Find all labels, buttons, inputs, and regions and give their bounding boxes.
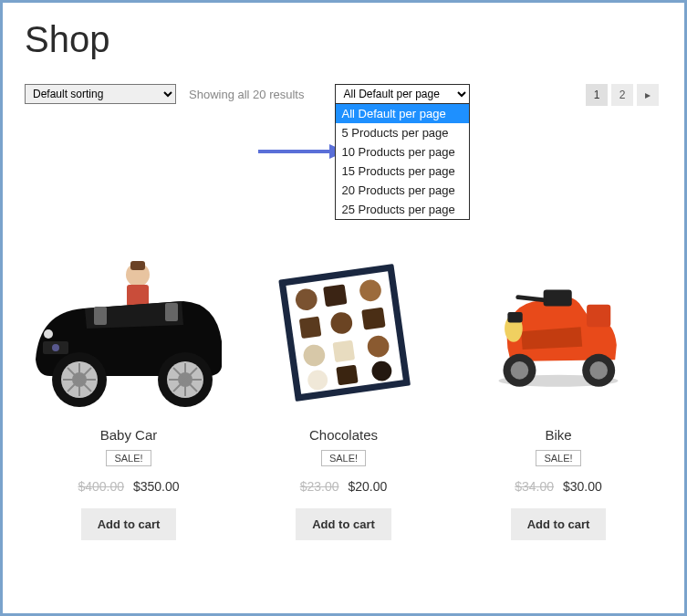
page-2-button[interactable]: 2	[611, 84, 633, 106]
perpage-wrap: All Default per page All Default per pag…	[335, 84, 470, 104]
svg-rect-31	[361, 308, 385, 330]
product-image[interactable]	[458, 224, 659, 416]
svg-point-9	[52, 344, 59, 351]
svg-rect-27	[323, 284, 347, 307]
old-price: $23.00	[300, 479, 339, 494]
sale-badge: SALE!	[321, 450, 366, 466]
product-card: Baby Car SALE! $400.00 $350.00 Add to ca…	[28, 224, 229, 540]
svg-rect-6	[165, 303, 178, 321]
svg-rect-5	[94, 307, 107, 325]
price-row: $23.00 $20.00	[300, 479, 388, 494]
svg-rect-39	[587, 305, 610, 328]
old-price: $34.00	[515, 479, 554, 494]
page-1-button[interactable]: 1	[586, 84, 608, 106]
perpage-option[interactable]: All Default per page	[336, 104, 469, 123]
add-to-cart-button[interactable]: Add to cart	[296, 508, 391, 540]
new-price: $30.00	[563, 479, 602, 494]
svg-rect-40	[544, 289, 572, 306]
product-card: Chocolates SALE! $23.00 $20.00 Add to ca…	[244, 224, 444, 540]
product-card: Bike SALE! $34.00 $30.00 Add to cart	[458, 224, 659, 540]
svg-rect-42	[507, 312, 522, 322]
arrow-icon	[258, 142, 346, 161]
price-row: $400.00 $350.00	[78, 479, 179, 494]
product-title[interactable]: Chocolates	[309, 427, 378, 443]
new-price: $20.00	[348, 479, 387, 494]
svg-point-47	[589, 361, 608, 380]
controls-row: Default sorting Showing all 20 results A…	[25, 84, 662, 104]
product-title[interactable]: Bike	[545, 427, 571, 443]
perpage-option[interactable]: 5 Products per page	[336, 123, 469, 142]
svg-point-45	[511, 361, 529, 380]
pagination: 1 2 ▸	[586, 84, 659, 106]
svg-rect-3	[130, 261, 145, 270]
page-next-button[interactable]: ▸	[637, 84, 659, 106]
product-image[interactable]	[28, 224, 229, 416]
perpage-dropdown[interactable]: All Default per page 5 Products per page…	[335, 104, 470, 220]
sort-select[interactable]: Default sorting	[25, 84, 176, 104]
svg-point-8	[44, 329, 53, 339]
product-image[interactable]	[244, 224, 444, 416]
svg-rect-29	[298, 317, 321, 339]
result-count: Showing all 20 results	[189, 88, 304, 101]
old-price: $400.00	[78, 479, 124, 494]
perpage-option[interactable]: 20 Products per page	[336, 181, 469, 200]
add-to-cart-button[interactable]: Add to cart	[81, 508, 177, 540]
perpage-select[interactable]: All Default per page	[335, 84, 470, 104]
add-to-cart-button[interactable]: Add to cart	[511, 508, 607, 540]
product-grid: Baby Car SALE! $400.00 $350.00 Add to ca…	[25, 224, 662, 540]
perpage-option[interactable]: 15 Products per page	[336, 162, 469, 181]
svg-rect-36	[336, 365, 358, 386]
sale-badge: SALE!	[536, 450, 580, 466]
price-row: $34.00 $30.00	[515, 479, 602, 494]
new-price: $350.00	[133, 479, 180, 494]
svg-line-43	[518, 298, 545, 300]
sale-badge: SALE!	[106, 450, 151, 466]
page-title: Shop	[25, 19, 662, 60]
perpage-option[interactable]: 25 Products per page	[336, 200, 469, 219]
svg-rect-33	[332, 340, 355, 363]
svg-rect-4	[127, 285, 149, 307]
product-title[interactable]: Baby Car	[100, 427, 158, 443]
perpage-option[interactable]: 10 Products per page	[336, 142, 469, 162]
